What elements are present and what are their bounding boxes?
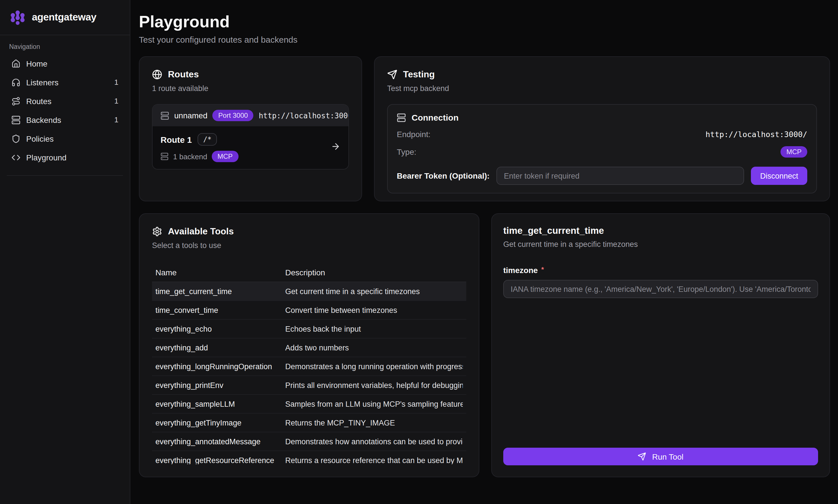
tools-table: Name Description time_get_current_time G… [152, 266, 466, 465]
tool-description-cell: Demonstrates a long running operation wi… [285, 362, 463, 371]
server-icon [160, 153, 169, 161]
server-icon [397, 113, 406, 122]
sidebar-item-backends[interactable]: Backends 1 [7, 111, 123, 129]
sidebar-item-label: Policies [26, 134, 54, 143]
port-badge: Port 3000 [213, 110, 254, 122]
tool-description-cell: Get current time in a specific timezones [285, 287, 463, 296]
routes-card: Routes 1 route available unnamed Port 30… [139, 57, 362, 202]
listener-header: unnamed Port 3000 http://localhost:3000/ [153, 105, 348, 127]
tool-description-cell: Prints all environment variables, helpfu… [285, 381, 463, 390]
required-marker: * [541, 266, 544, 274]
sidebar-item-label: Playground [26, 153, 67, 162]
table-row[interactable]: everything_sampleLLM Samples from an LLM… [152, 395, 466, 414]
tool-description-cell: Samples from an LLM using MCP's sampling… [285, 400, 463, 409]
gear-icon [152, 227, 162, 237]
nav-section-label: Navigation [9, 43, 121, 50]
endpoint-value: http://localhost:3000/ [705, 130, 807, 139]
page-title: Playground [139, 13, 830, 32]
tool-runner-subtitle: Get current time in a specific timezones [503, 240, 818, 249]
shield-icon [12, 134, 20, 143]
sidebar-header: agentgateway [0, 0, 130, 35]
sidebar-item-count: 1 [115, 78, 118, 87]
route-name: Route 1 [160, 135, 192, 144]
tool-name-cell: everything_add [155, 344, 285, 352]
tools-table-header: Name Description [152, 266, 466, 283]
sidebar-item-playground[interactable]: Playground [7, 148, 123, 166]
tool-description-cell: Convert time between timezones [285, 306, 463, 314]
route-item[interactable]: Route 1 /* 1 backend MCP [153, 127, 348, 169]
tool-description-cell: Returns a resource reference that can be… [285, 456, 463, 465]
available-tools-card: Available Tools Select a tools to use Na… [139, 214, 479, 478]
send-icon [387, 70, 397, 80]
sidebar-item-listeners[interactable]: Listeners 1 [7, 73, 123, 91]
sidebar-item-routes[interactable]: Routes 1 [7, 92, 123, 110]
table-row[interactable]: everything_getTinyImage Returns the MCP_… [152, 414, 466, 433]
tool-name-cell: everything_getTinyImage [155, 419, 285, 427]
sidebar-item-label: Routes [26, 96, 52, 106]
sidebar-item-label: Listeners [26, 78, 59, 87]
sidebar-item-home[interactable]: Home [7, 55, 123, 72]
tool-name-cell: time_convert_time [155, 306, 285, 314]
sidebar-item-count: 1 [115, 115, 118, 124]
tool-runner-panel: time_get_current_time Get current time i… [491, 214, 830, 478]
bearer-token-input[interactable] [496, 167, 744, 185]
sidebar-nav: Navigation Home Listeners 1 Routes 1 Bac… [0, 35, 130, 176]
agentgateway-logo-icon [9, 9, 26, 26]
tool-description-cell: Demonstrates how annotations can be used… [285, 437, 463, 446]
tool-runner-title: time_get_current_time [503, 226, 818, 236]
disconnect-button[interactable]: Disconnect [751, 167, 807, 185]
route-icon [12, 96, 20, 106]
listener-group: unnamed Port 3000 http://localhost:3000/… [152, 104, 349, 170]
routes-card-subtitle: 1 route available [152, 85, 349, 93]
main-content: Playground Test your configured routes a… [130, 0, 838, 504]
server-icon [160, 111, 169, 120]
table-row[interactable]: everything_add Adds two numbers [152, 339, 466, 358]
run-tool-button[interactable]: Run Tool [503, 448, 818, 466]
run-tool-label: Run Tool [652, 452, 683, 461]
home-icon [12, 59, 20, 68]
tools-card-subtitle: Select a tools to use [152, 241, 466, 250]
app-window: agentgateway Navigation Home Listeners 1… [0, 0, 838, 504]
tool-name-cell: time_get_current_time [155, 287, 285, 296]
sidebar-item-label: Home [26, 59, 48, 68]
timezone-field-label: timezone* [503, 266, 818, 275]
timezone-input[interactable] [503, 280, 818, 299]
connection-title: Connection [412, 113, 458, 123]
tool-name-cell: everything_getResourceReference [155, 456, 285, 465]
table-row[interactable]: time_convert_time Convert time between t… [152, 301, 466, 320]
testing-card: Testing Test mcp backend Connection Endp… [374, 57, 830, 202]
endpoint-label: Endpoint: [397, 130, 431, 139]
listener-name: unnamed [174, 111, 208, 120]
table-row[interactable]: time_get_current_time Get current time i… [152, 283, 466, 301]
tools-card-title: Available Tools [168, 227, 234, 237]
server-icon [12, 115, 20, 124]
table-row[interactable]: everything_echo Echoes back the input [152, 320, 466, 339]
brand-name: agentgateway [32, 11, 97, 23]
tools-table-body: time_get_current_time Get current time i… [152, 283, 466, 465]
tool-name-cell: everything_longRunningOperation [155, 362, 285, 371]
globe-icon [152, 70, 162, 80]
testing-card-title: Testing [403, 70, 435, 80]
table-row[interactable]: everything_getResourceReference Returns … [152, 451, 466, 465]
sidebar-item-policies[interactable]: Policies [7, 130, 123, 147]
route-backend-count: 1 backend [173, 152, 207, 161]
listener-url: http://localhost:3000/ [259, 111, 349, 120]
testing-card-subtitle: Test mcp backend [387, 85, 817, 93]
sidebar-divider [7, 175, 123, 176]
tool-name-cell: everything_annotatedMessage [155, 437, 285, 446]
routes-card-title: Routes [168, 70, 199, 80]
arrow-right-icon [331, 142, 341, 154]
bearer-token-label: Bearer Token (Optional): [397, 172, 490, 181]
sidebar: agentgateway Navigation Home Listeners 1… [0, 0, 130, 504]
type-label: Type: [397, 148, 416, 157]
table-row[interactable]: everything_longRunningOperation Demonstr… [152, 358, 466, 376]
page-subtitle: Test your configured routes and backends [139, 35, 830, 44]
column-header-name: Name [155, 268, 285, 277]
table-row[interactable]: everything_printEnv Prints all environme… [152, 376, 466, 395]
code-icon [12, 153, 20, 162]
send-icon [638, 452, 646, 461]
sidebar-item-count: 1 [115, 97, 118, 105]
tool-name-cell: everything_sampleLLM [155, 400, 285, 409]
table-row[interactable]: everything_annotatedMessage Demonstrates… [152, 433, 466, 451]
tool-name-cell: everything_printEnv [155, 381, 285, 390]
